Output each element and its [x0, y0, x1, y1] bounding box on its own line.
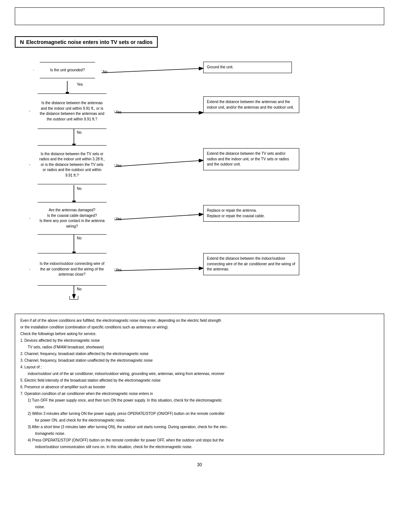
notes-item: for power ON, and check for the electrom…: [20, 417, 379, 423]
question-3: Is the distance between the TV sets or r…: [30, 145, 115, 184]
q1-yes-label: Yes: [77, 82, 83, 86]
action-4-text: Replace or repair the antenna.Replace or…: [207, 208, 265, 218]
notes-intro-3: Check the followings before asking for s…: [20, 331, 379, 337]
q4-no-label: No: [77, 236, 82, 240]
question-3-text: Is the distance between the TV sets or r…: [39, 151, 105, 178]
question-2: Is the distance between the antennas and…: [30, 93, 115, 129]
notes-item: 3. Channel, frequency, broadcast station…: [20, 358, 379, 364]
page-number: 30: [15, 462, 384, 467]
action-4: Replace or repair the antenna.Replace or…: [203, 205, 299, 222]
question-2-text: Is the distance between the antennas and…: [39, 100, 105, 122]
notes-item: indoor/outdoor communication still runs …: [20, 444, 379, 450]
action-1-text: Ground the unit.: [207, 65, 233, 69]
q2-no-label: No: [77, 130, 82, 134]
action-2-text: Extend the distance between the antennas…: [207, 100, 294, 109]
notes-item: indoor/outdoor unit of the air condition…: [20, 371, 379, 377]
q3-yes-label: Yes: [116, 164, 122, 168]
question-1: Is the unit grounded?: [33, 62, 102, 78]
question-1-text: Is the unit grounded?: [50, 68, 85, 73]
notes-item: 7. Operation condition of air conditione…: [20, 391, 379, 397]
notes-item: TV sets, radios (FM/AM broadcast, shortw…: [20, 344, 379, 350]
notes-intro-1: Even if all of the above conditions are …: [20, 318, 379, 324]
notes-item: noise.: [20, 404, 379, 410]
notes-item: 5. Electric field intensity of the broad…: [20, 378, 379, 383]
notes-item: 1) Turn OFF the power supply once, and t…: [20, 398, 379, 403]
question-5: Is the indoor/outdoor connecting wire of…: [30, 253, 115, 286]
notes-item: 2. Channel, frequency, broadcast station…: [20, 351, 379, 357]
svg-line-6: [115, 160, 203, 167]
q1-no-label: No: [103, 70, 108, 74]
q3-no-label: No: [77, 187, 82, 191]
top-border-box: [15, 7, 384, 25]
section-title-text: Electromagnetic noise enters into TV set…: [26, 39, 153, 45]
q4-yes-label: Yes: [116, 217, 122, 221]
notes-items: 1. Devices affected by the electromagnet…: [20, 338, 379, 450]
notes-item: 6. Presence or absence of amplifier such…: [20, 384, 379, 390]
final-arrow-end: [69, 296, 78, 300]
notes-item: 4) Press OPERATE/STOP (ON/OFF) button on…: [20, 437, 379, 443]
notes-box: Even if all of the above conditions are …: [15, 314, 384, 455]
action-2: Extend the distance between the antennas…: [203, 96, 299, 113]
action-3-text: Extend the distance between the TV sets …: [207, 151, 289, 166]
notes-intro-2: or the installation condition (combinati…: [20, 324, 379, 330]
action-5: Extend the distance between the indoor/o…: [203, 253, 299, 275]
notes-item: 1. Devices affected by the electromagnet…: [20, 338, 379, 344]
action-3: Extend the distance between the TV sets …: [203, 148, 299, 170]
action-5-text: Extend the distance between the indoor/o…: [207, 256, 295, 271]
svg-line-10: [115, 268, 203, 271]
notes-item: tromagnetic noise.: [20, 431, 379, 437]
svg-line-8: [115, 214, 203, 220]
n-symbol: N: [20, 39, 24, 45]
notes-item: 3) After a short time (3 minutes later a…: [20, 424, 379, 430]
question-5-text: Is the indoor/outdoor connecting wire of…: [39, 261, 105, 277]
question-4: Are the antennas damaged?Is the coaxial …: [30, 202, 115, 235]
flowchart: Is the unit grounded? No Yes Ground the …: [22, 57, 377, 308]
q2-yes-label: Yes: [116, 110, 122, 114]
action-1: Ground the unit.: [203, 62, 292, 73]
section-title: N Electromagnetic noise enters into TV s…: [15, 36, 158, 48]
notes-item: 2) Within 3 minutes after turning ON the…: [20, 411, 379, 417]
q5-yes-label: Yes: [116, 268, 122, 272]
q5-no-label: No: [77, 287, 82, 291]
svg-line-2: [102, 68, 203, 73]
notes-item: 4. Layout of ;: [20, 364, 379, 370]
question-4-text: Are the antennas damaged?Is the coaxial …: [39, 208, 105, 229]
